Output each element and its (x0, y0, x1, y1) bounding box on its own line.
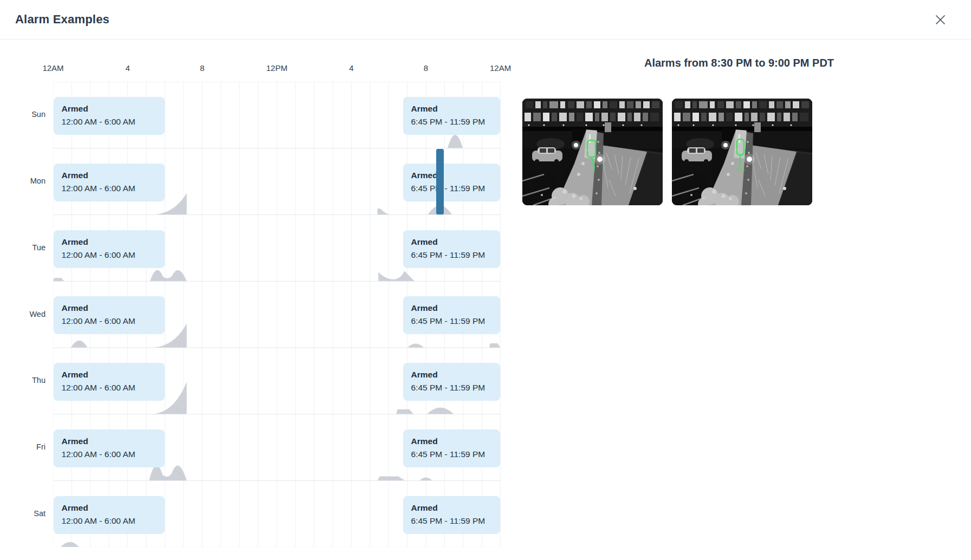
close-icon (934, 14, 947, 26)
armed-block-wed-evening[interactable]: Armed6:45 PM - 11:59 PM (403, 296, 500, 334)
schedule-grid[interactable]: Armed12:00 AM - 6:00 AMArmed6:45 PM - 11… (53, 82, 501, 547)
armed-block-title: Armed (411, 171, 500, 180)
armed-block-tue-evening[interactable]: Armed6:45 PM - 11:59 PM (403, 230, 500, 268)
armed-block-time: 12:00 AM - 6:00 AM (62, 383, 165, 393)
armed-block-time: 12:00 AM - 6:00 AM (62, 450, 165, 459)
time-axis-label: 12AM (42, 63, 63, 73)
alarm-panel-title: Alarms from 8:30 PM to 9:00 PM PDT (507, 57, 971, 69)
armed-block-title: Armed (62, 303, 165, 313)
armed-block-tue-morning[interactable]: Armed12:00 AM - 6:00 AM (54, 230, 165, 268)
armed-block-time: 12:00 AM - 6:00 AM (62, 184, 165, 193)
armed-block-time: 12:00 AM - 6:00 AM (62, 117, 165, 127)
armed-block-sat-morning[interactable]: Armed12:00 AM - 6:00 AM (54, 496, 165, 534)
armed-block-sat-evening[interactable]: Armed6:45 PM - 11:59 PM (403, 496, 500, 534)
dialog-title: Alarm Examples (15, 12, 109, 27)
day-label-wed: Wed (14, 310, 46, 318)
close-button[interactable] (934, 14, 947, 26)
armed-block-time: 12:00 AM - 6:00 AM (62, 316, 165, 326)
alarm-examples-dialog: Alarm Examples 12AM4812PM4812AM SunMonTu… (0, 0, 971, 560)
armed-block-title: Armed (411, 303, 500, 313)
alarm-panel: Alarms from 8:30 PM to 9:00 PM PDT (507, 40, 971, 560)
day-label-tue: Tue (14, 243, 46, 252)
time-axis-label: 8 (424, 63, 428, 73)
armed-block-time: 6:45 PM - 11:59 PM (411, 250, 500, 260)
day-label-sun: Sun (14, 110, 46, 119)
armed-block-time: 6:45 PM - 11:59 PM (411, 184, 500, 193)
armed-block-mon-morning[interactable]: Armed12:00 AM - 6:00 AM (54, 164, 165, 201)
armed-block-title: Armed (411, 237, 500, 247)
armed-block-time: 12:00 AM - 6:00 AM (62, 250, 165, 260)
armed-block-title: Armed (62, 437, 165, 446)
armed-block-time: 6:45 PM - 11:59 PM (411, 316, 500, 326)
armed-block-time: 6:45 PM - 11:59 PM (411, 450, 500, 459)
day-label-mon: Mon (14, 177, 46, 185)
armed-block-wed-morning[interactable]: Armed12:00 AM - 6:00 AM (54, 296, 165, 334)
time-axis-label: 4 (349, 63, 353, 73)
armed-block-time: 12:00 AM - 6:00 AM (62, 516, 165, 526)
armed-block-title: Armed (411, 437, 500, 446)
armed-block-sun-evening[interactable]: Armed6:45 PM - 11:59 PM (403, 97, 500, 135)
armed-block-title: Armed (62, 237, 165, 247)
time-axis-label: 8 (200, 63, 204, 73)
armed-block-time: 6:45 PM - 11:59 PM (411, 516, 500, 526)
alarm-snapshot-2[interactable] (672, 99, 812, 205)
armed-block-title: Armed (62, 370, 165, 380)
selected-time-window-bar[interactable] (436, 149, 444, 214)
day-label-sat: Sat (14, 509, 46, 518)
camera-frame-icon (672, 99, 812, 205)
armed-block-thu-morning[interactable]: Armed12:00 AM - 6:00 AM (54, 363, 165, 401)
armed-block-title: Armed (411, 370, 500, 380)
armed-block-title: Armed (62, 171, 165, 180)
camera-frame-icon (522, 99, 663, 205)
armed-block-mon-evening[interactable]: Armed6:45 PM - 11:59 PM (403, 164, 500, 201)
armed-block-thu-evening[interactable]: Armed6:45 PM - 11:59 PM (403, 363, 500, 401)
armed-block-time: 6:45 PM - 11:59 PM (411, 117, 500, 127)
armed-block-title: Armed (62, 104, 165, 114)
dialog-header: Alarm Examples (0, 0, 971, 40)
armed-block-time: 6:45 PM - 11:59 PM (411, 383, 500, 393)
armed-block-fri-morning[interactable]: Armed12:00 AM - 6:00 AM (54, 429, 165, 467)
time-axis-label: 4 (125, 63, 130, 73)
armed-block-title: Armed (62, 503, 165, 513)
armed-block-fri-evening[interactable]: Armed6:45 PM - 11:59 PM (403, 429, 500, 467)
day-label-fri: Fri (14, 442, 46, 451)
armed-block-title: Armed (411, 104, 500, 114)
day-label-thu: Thu (14, 376, 46, 385)
armed-block-title: Armed (411, 503, 500, 513)
time-axis-label: 12PM (266, 63, 287, 73)
alarm-snapshot-1[interactable] (522, 99, 663, 205)
armed-block-sun-morning[interactable]: Armed12:00 AM - 6:00 AM (54, 97, 165, 135)
